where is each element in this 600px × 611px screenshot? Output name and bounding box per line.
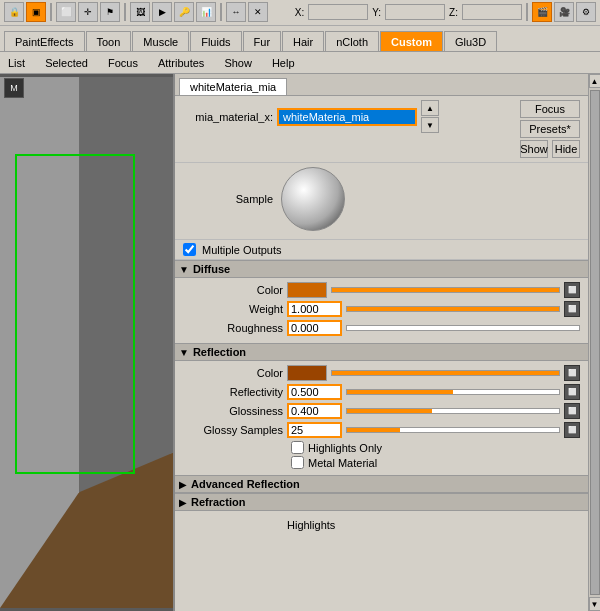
tab-fluids[interactable]: Fluids: [190, 31, 241, 51]
z-label: Z:: [449, 7, 458, 18]
reflection-section-header[interactable]: ▼ Reflection: [175, 343, 588, 361]
main-area: M whiteMateria_mia mia_material_x: ▲ ▼ F…: [0, 74, 600, 611]
refraction-title: Refraction: [191, 496, 245, 508]
reflectivity-slider[interactable]: [346, 389, 560, 395]
x-input[interactable]: [308, 4, 368, 20]
menu-show[interactable]: Show: [220, 55, 256, 71]
reflection-color-label: Color: [183, 367, 283, 379]
controls-area: mia_material_x: ▲ ▼ Focus Presets* Show …: [175, 96, 588, 163]
tab-hair[interactable]: Hair: [282, 31, 324, 51]
render-icon[interactable]: 🎬: [532, 2, 552, 22]
y-input[interactable]: [385, 4, 445, 20]
tab-ncloth[interactable]: nCloth: [325, 31, 379, 51]
render2-icon[interactable]: 🎥: [554, 2, 574, 22]
sections: ▼ Diffuse Color ⬜ Weight: [175, 260, 588, 611]
settings-icon[interactable]: ⚙: [576, 2, 596, 22]
select-icon[interactable]: ▣: [26, 2, 46, 22]
hide-button[interactable]: Hide: [552, 140, 580, 158]
lock-icon[interactable]: 🔒: [4, 2, 24, 22]
sep3: [220, 3, 222, 21]
diffuse-color-row: Color ⬜: [183, 282, 580, 298]
glossy-samples-connect[interactable]: ⬜: [564, 422, 580, 438]
reflection-color-swatch[interactable]: [287, 365, 327, 381]
z-input[interactable]: [462, 4, 522, 20]
scroll-thumb[interactable]: [590, 90, 600, 595]
toolbar-tabs: PaintEffects Toon Muscle Fluids Fur Hair…: [0, 26, 600, 51]
tab-custom[interactable]: Custom: [380, 31, 443, 51]
tab-painteffects[interactable]: PaintEffects: [4, 31, 85, 51]
diffuse-color-slider[interactable]: [331, 287, 560, 293]
diffuse-weight-connect[interactable]: ⬜: [564, 301, 580, 317]
reflection-body: Color ⬜ Reflectivity ⬜: [175, 361, 588, 475]
tab-toon[interactable]: Toon: [86, 31, 132, 51]
cross-icon[interactable]: ✕: [248, 2, 268, 22]
diffuse-roughness-input[interactable]: [287, 320, 342, 336]
presets-button[interactable]: Presets*: [520, 120, 580, 138]
arrow-icon[interactable]: ↔: [226, 2, 246, 22]
y-label: Y:: [372, 7, 381, 18]
img-icon[interactable]: 🖼: [130, 2, 150, 22]
advanced-reflection-arrow: ▶: [179, 479, 187, 490]
mia-input[interactable]: [277, 108, 417, 126]
glossiness-input[interactable]: [287, 403, 342, 419]
focus-button[interactable]: Focus: [520, 100, 580, 118]
diffuse-color-connect[interactable]: ⬜: [564, 282, 580, 298]
glossiness-label: Glossiness: [183, 405, 283, 417]
tab-muscle[interactable]: Muscle: [132, 31, 189, 51]
reflectivity-connect[interactable]: ⬜: [564, 384, 580, 400]
scroll-down-btn[interactable]: ▼: [589, 597, 601, 611]
key-icon[interactable]: 🔑: [174, 2, 194, 22]
tab-bar: whiteMateria_mia: [175, 74, 588, 96]
reflection-color-connect[interactable]: ⬜: [564, 365, 580, 381]
glossy-samples-input[interactable]: [287, 422, 342, 438]
highlights-only-label: Highlights Only: [308, 442, 382, 454]
glossiness-row: Glossiness ⬜: [183, 403, 580, 419]
show-hide-row: Show Hide: [520, 140, 580, 158]
anim-icon[interactable]: ▶: [152, 2, 172, 22]
metal-material-checkbox[interactable]: [291, 456, 304, 469]
glossy-samples-slider[interactable]: [346, 427, 560, 433]
diffuse-weight-input[interactable]: [287, 301, 342, 317]
material-tab[interactable]: whiteMateria_mia: [179, 78, 287, 95]
toolbar-top: 🔒 ▣ ⬜ ✛ ⚑ 🖼 ▶ 🔑 📊 ↔ ✕ X: Y: Z: 🎬 🎥 ⚙: [0, 0, 600, 26]
metal-material-label: Metal Material: [308, 457, 377, 469]
diffuse-roughness-slider[interactable]: [346, 325, 580, 331]
highlights-only-checkbox[interactable]: [291, 441, 304, 454]
reflection-color-row: Color ⬜: [183, 365, 580, 381]
glossiness-slider[interactable]: [346, 408, 560, 414]
diffuse-roughness-row: Roughness: [183, 320, 580, 336]
diffuse-color-swatch[interactable]: [287, 282, 327, 298]
move-icon[interactable]: ✛: [78, 2, 98, 22]
show-button[interactable]: Show: [520, 140, 548, 158]
menu-attributes[interactable]: Attributes: [154, 55, 208, 71]
diffuse-color-label: Color: [183, 284, 283, 296]
tab-glu3d[interactable]: Glu3D: [444, 31, 497, 51]
down-btn[interactable]: ▼: [421, 117, 439, 133]
menu-focus[interactable]: Focus: [104, 55, 142, 71]
advanced-reflection-title: Advanced Reflection: [191, 478, 300, 490]
glossiness-connect[interactable]: ⬜: [564, 403, 580, 419]
obj-icon[interactable]: ⬜: [56, 2, 76, 22]
multiple-outputs-label: Multiple Outputs: [202, 244, 281, 256]
flag-icon[interactable]: ⚑: [100, 2, 120, 22]
reflection-color-slider[interactable]: [331, 370, 560, 376]
selection-box: [15, 154, 135, 474]
menu-selected[interactable]: Selected: [41, 55, 92, 71]
up-btn[interactable]: ▲: [421, 100, 439, 116]
refraction-header[interactable]: ▶ Refraction: [175, 493, 588, 511]
mia-label: mia_material_x:: [183, 111, 273, 123]
advanced-reflection-header[interactable]: ▶ Advanced Reflection: [175, 475, 588, 493]
graph-icon[interactable]: 📊: [196, 2, 216, 22]
scroll-up-btn[interactable]: ▲: [589, 74, 601, 88]
reflection-title: Reflection: [193, 346, 246, 358]
multiple-outputs-row: Multiple Outputs: [175, 240, 588, 260]
tab-fur[interactable]: Fur: [243, 31, 282, 51]
refraction-arrow: ▶: [179, 497, 187, 508]
reflectivity-input[interactable]: [287, 384, 342, 400]
diffuse-weight-slider[interactable]: [346, 306, 560, 312]
mia-field-row: mia_material_x: ▲ ▼: [183, 100, 516, 133]
diffuse-section-header[interactable]: ▼ Diffuse: [175, 260, 588, 278]
menu-help[interactable]: Help: [268, 55, 299, 71]
multiple-outputs-checkbox[interactable]: [183, 243, 196, 256]
menu-list[interactable]: List: [4, 55, 29, 71]
